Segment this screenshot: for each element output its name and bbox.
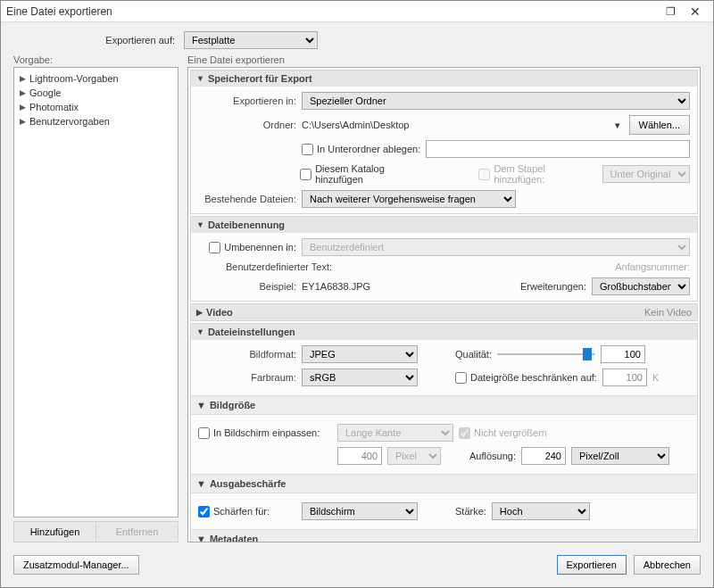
section-header[interactable]: ▼ Dateieinstellungen	[191, 324, 697, 340]
remove-preset-button[interactable]: Entfernen	[96, 522, 178, 542]
plugin-manager-button[interactable]: Zusatzmodul-Manager...	[13, 555, 139, 575]
quality-label: Qualität:	[455, 349, 492, 360]
chevron-down-icon: ▼	[196, 74, 204, 83]
color-space-label: Farbraum:	[198, 372, 296, 383]
section-video: ▶ Video Kein Video	[190, 303, 698, 321]
limit-size-unit: K	[652, 372, 659, 383]
preset-item[interactable]: ▶ Photomatix	[16, 100, 176, 114]
export-in-label: Exportieren in:	[198, 95, 296, 106]
quality-input[interactable]	[601, 345, 645, 363]
quality-slider[interactable]	[497, 348, 595, 360]
section-file-settings: ▼ Dateieinstellungen Bildformat: JPEG Qu…	[190, 323, 698, 542]
preset-item-label: Photomatix	[29, 102, 79, 112]
export-dialog: Eine Datei exportieren ❐ ✕ Exportieren a…	[0, 0, 714, 588]
preset-item-label: Lightroom-Vorgaben	[29, 73, 119, 84]
preset-buttons: Hinzufügen Entfernen	[13, 521, 178, 542]
color-space-select[interactable]: sRGB	[302, 369, 418, 386]
preset-item[interactable]: ▶ Google	[16, 86, 176, 100]
subfolder-input[interactable]	[426, 140, 690, 158]
subsection-output-sharpening[interactable]: ▼ Ausgabeschärfe	[191, 474, 697, 493]
limit-size-checkbox[interactable]: Dateigröße beschränken auf:	[455, 372, 597, 384]
stack-position-select: Unter Original	[602, 165, 690, 183]
folder-label: Ordner:	[198, 120, 296, 130]
section-header[interactable]: ▼ Dateibenennung	[191, 217, 697, 233]
subfolder-checkbox[interactable]: In Unterordner ablegen:	[302, 144, 420, 155]
section-title: Dateieinstellungen	[208, 327, 295, 337]
section-title: Dateibenennung	[208, 219, 285, 230]
settings-scroll[interactable]: ▼ Speicherort für Export Exportieren in:…	[187, 67, 701, 542]
subsection-metadata[interactable]: ▼ Metadaten	[191, 529, 697, 542]
preset-item-label: Benutzervorgaben	[29, 116, 110, 127]
folder-path: C:\Users\Admin\Desktop	[302, 120, 606, 130]
cancel-button[interactable]: Abbrechen	[634, 555, 701, 575]
chevron-right-icon: ▶	[196, 308, 203, 317]
fit-screen-checkbox[interactable]: In Bildschirm einpassen:	[198, 427, 332, 439]
video-status: Kein Video	[644, 307, 692, 318]
fit-mode-select: Lange Kante	[337, 424, 453, 442]
panel-icon[interactable]: ❐	[658, 5, 683, 18]
chevron-right-icon: ▶	[20, 74, 26, 83]
chevron-down-icon: ▼	[196, 220, 204, 229]
start-number-label: Anfangsnummer:	[615, 261, 690, 272]
sharpen-target-select[interactable]: Bildschirm	[302, 502, 418, 520]
section-export-location: ▼ Speicherort für Export Exportieren in:…	[190, 70, 698, 214]
preset-column: Vorgabe: ▶ Lightroom-Vorgaben ▶ Google ▶…	[13, 54, 178, 542]
add-stack-checkbox: Dem Stapel hinzufügen:	[478, 163, 596, 185]
settings-heading: Eine Datei exportieren	[187, 54, 701, 65]
close-icon[interactable]: ✕	[683, 4, 708, 19]
image-format-label: Bildformat:	[198, 349, 296, 360]
extensions-select[interactable]: Großbuchstaben	[592, 277, 690, 295]
add-preset-button[interactable]: Hinzufügen	[14, 522, 96, 542]
subsection-image-size[interactable]: ▼ Bildgröße	[191, 395, 697, 415]
limit-size-input	[602, 369, 647, 386]
dropdown-arrow-icon[interactable]: ▾	[611, 120, 624, 131]
section-title: Speicherort für Export	[208, 73, 312, 84]
example-value: EY1A6838.JPG	[302, 281, 370, 292]
sharpen-for-checkbox[interactable]: Schärfen für:	[198, 506, 296, 518]
chevron-right-icon: ▶	[20, 88, 26, 97]
preset-list[interactable]: ▶ Lightroom-Vorgaben ▶ Google ▶ Photomat…	[13, 67, 178, 518]
rename-checkbox[interactable]: Umbenennen in:	[198, 242, 296, 253]
slider-thumb-icon[interactable]	[583, 348, 592, 360]
preset-item[interactable]: ▶ Benutzervorgaben	[16, 114, 176, 128]
preset-item-label: Google	[29, 87, 61, 98]
custom-text-label: Benutzerdefinierter Text:	[198, 261, 332, 272]
window-title: Eine Datei exportieren	[6, 5, 658, 18]
resolution-unit-select[interactable]: Pixel/Zoll	[571, 447, 669, 465]
export-to-row: Exportieren auf: Festplatte	[1, 22, 713, 54]
preset-heading: Vorgabe:	[13, 54, 178, 65]
section-title: Video	[206, 307, 233, 318]
sharpen-amount-label: Stärke:	[455, 506, 486, 517]
export-in-select[interactable]: Spezieller Ordner	[302, 92, 690, 110]
extensions-label: Erweiterungen:	[520, 281, 586, 292]
chevron-right-icon: ▶	[20, 117, 26, 126]
dimension-unit-select: Pixel	[387, 447, 441, 465]
titlebar: Eine Datei exportieren ❐ ✕	[1, 1, 713, 22]
example-label: Beispiel:	[198, 281, 296, 292]
settings-column: Eine Datei exportieren ▼ Speicherort für…	[187, 54, 701, 542]
resolution-label: Auflösung:	[469, 451, 516, 461]
existing-files-label: Bestehende Dateien:	[198, 194, 296, 204]
export-button[interactable]: Exportieren	[557, 555, 627, 575]
export-to-label: Exportieren auf:	[13, 35, 178, 46]
existing-files-select[interactable]: Nach weiterer Vorgehensweise fragen	[302, 190, 516, 208]
add-catalog-checkbox[interactable]: Diesem Katalog hinzufügen	[300, 163, 433, 185]
dialog-footer: Zusatzmodul-Manager... Exportieren Abbre…	[1, 548, 713, 587]
chevron-down-icon: ▼	[196, 327, 204, 336]
choose-folder-button[interactable]: Wählen...	[629, 115, 690, 135]
chevron-down-icon: ▼	[196, 478, 206, 489]
image-format-select[interactable]: JPEG	[302, 345, 418, 363]
resolution-input[interactable]	[521, 447, 566, 465]
preset-item[interactable]: ▶ Lightroom-Vorgaben	[16, 71, 176, 86]
dont-enlarge-checkbox: Nicht vergrößern	[459, 427, 547, 439]
section-file-naming: ▼ Dateibenennung Umbenennen in: Benutzer…	[190, 216, 698, 302]
export-to-select[interactable]: Festplatte	[184, 31, 318, 49]
dimension-input	[337, 447, 382, 465]
chevron-right-icon: ▶	[20, 103, 26, 112]
section-header[interactable]: ▼ Speicherort für Export	[191, 70, 697, 87]
chevron-down-icon: ▼	[196, 400, 206, 410]
rename-template-select: Benutzerdefiniert	[302, 238, 690, 256]
chevron-down-icon: ▼	[196, 534, 206, 542]
sharpen-amount-select[interactable]: Hoch	[492, 502, 590, 520]
section-header[interactable]: ▶ Video Kein Video	[191, 304, 697, 320]
